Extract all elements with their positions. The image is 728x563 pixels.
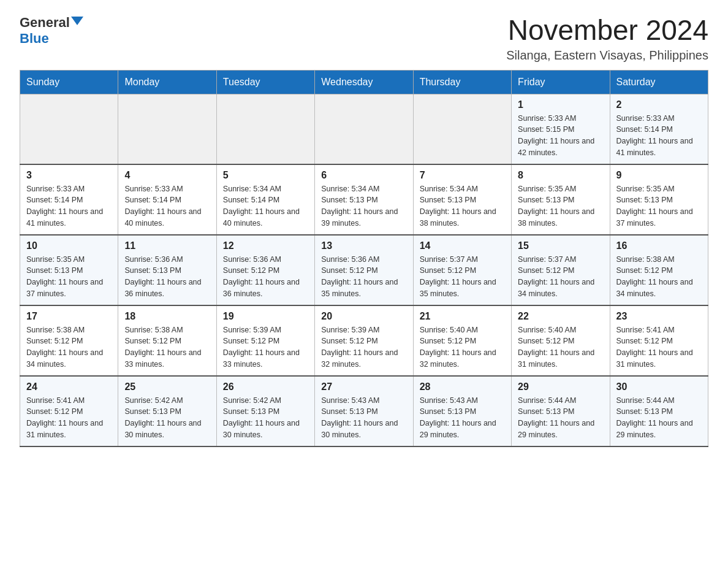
calendar-header-thursday: Thursday xyxy=(413,70,511,94)
day-info: Sunrise: 5:33 AMSunset: 5:15 PMDaylight:… xyxy=(518,113,603,159)
calendar-header-friday: Friday xyxy=(512,70,610,94)
calendar-header-wednesday: Wednesday xyxy=(315,70,413,94)
day-info: Sunrise: 5:42 AMSunset: 5:13 PMDaylight:… xyxy=(223,395,308,441)
day-number: 25 xyxy=(124,381,210,393)
day-number: 10 xyxy=(26,240,112,251)
day-number: 12 xyxy=(223,240,308,251)
calendar-day-cell: 30Sunrise: 5:44 AMSunset: 5:13 PMDayligh… xyxy=(610,376,708,446)
calendar-header-monday: Monday xyxy=(118,70,216,94)
day-number: 4 xyxy=(124,170,210,181)
calendar-header-saturday: Saturday xyxy=(610,70,708,94)
calendar-day-cell: 2Sunrise: 5:33 AMSunset: 5:14 PMDaylight… xyxy=(610,94,708,164)
calendar-day-cell: 13Sunrise: 5:36 AMSunset: 5:12 PMDayligh… xyxy=(315,235,413,305)
calendar-day-cell: 21Sunrise: 5:40 AMSunset: 5:12 PMDayligh… xyxy=(413,305,511,376)
day-number: 18 xyxy=(124,311,210,322)
day-number: 13 xyxy=(321,240,406,251)
calendar-day-cell: 27Sunrise: 5:43 AMSunset: 5:13 PMDayligh… xyxy=(315,376,413,446)
day-info: Sunrise: 5:33 AMSunset: 5:14 PMDaylight:… xyxy=(124,183,210,229)
day-number: 8 xyxy=(518,170,603,181)
calendar-day-cell: 23Sunrise: 5:41 AMSunset: 5:12 PMDayligh… xyxy=(610,305,708,376)
day-number: 17 xyxy=(26,311,112,322)
logo-general-text: General xyxy=(20,15,70,31)
calendar-body: 1Sunrise: 5:33 AMSunset: 5:15 PMDaylight… xyxy=(20,94,708,446)
day-number: 1 xyxy=(518,99,603,110)
calendar-day-cell: 3Sunrise: 5:33 AMSunset: 5:14 PMDaylight… xyxy=(20,164,118,235)
day-number: 16 xyxy=(616,240,702,251)
day-number: 29 xyxy=(518,381,603,393)
calendar-day-cell: 8Sunrise: 5:35 AMSunset: 5:13 PMDaylight… xyxy=(512,164,610,235)
day-info: Sunrise: 5:37 AMSunset: 5:12 PMDaylight:… xyxy=(420,254,505,300)
title-section: November 2024 Silanga, Eastern Visayas, … xyxy=(506,15,708,63)
calendar-day-cell: 15Sunrise: 5:37 AMSunset: 5:12 PMDayligh… xyxy=(512,235,610,305)
calendar-table: SundayMondayTuesdayWednesdayThursdayFrid… xyxy=(20,70,708,447)
calendar-header-tuesday: Tuesday xyxy=(216,70,314,94)
day-info: Sunrise: 5:38 AMSunset: 5:12 PMDaylight:… xyxy=(616,254,702,300)
day-number: 20 xyxy=(321,311,406,322)
calendar-day-cell: 12Sunrise: 5:36 AMSunset: 5:12 PMDayligh… xyxy=(216,235,314,305)
day-info: Sunrise: 5:38 AMSunset: 5:12 PMDaylight:… xyxy=(124,324,210,370)
day-number: 30 xyxy=(616,381,702,393)
day-info: Sunrise: 5:35 AMSunset: 5:13 PMDaylight:… xyxy=(518,183,603,229)
logo: General Blue xyxy=(20,15,83,47)
day-number: 3 xyxy=(26,170,112,181)
calendar-day-cell xyxy=(20,94,118,164)
day-info: Sunrise: 5:33 AMSunset: 5:14 PMDaylight:… xyxy=(26,183,112,229)
day-info: Sunrise: 5:36 AMSunset: 5:12 PMDaylight:… xyxy=(223,254,308,300)
calendar-week-row: 24Sunrise: 5:41 AMSunset: 5:12 PMDayligh… xyxy=(20,376,708,446)
day-info: Sunrise: 5:43 AMSunset: 5:13 PMDaylight:… xyxy=(321,395,406,441)
calendar-day-cell: 25Sunrise: 5:42 AMSunset: 5:13 PMDayligh… xyxy=(118,376,216,446)
day-number: 21 xyxy=(420,311,505,322)
day-number: 24 xyxy=(26,381,112,393)
day-info: Sunrise: 5:40 AMSunset: 5:12 PMDaylight:… xyxy=(518,324,603,370)
day-info: Sunrise: 5:44 AMSunset: 5:13 PMDaylight:… xyxy=(518,395,603,441)
day-number: 27 xyxy=(321,381,406,393)
calendar-day-cell: 7Sunrise: 5:34 AMSunset: 5:13 PMDaylight… xyxy=(413,164,511,235)
calendar-day-cell xyxy=(413,94,511,164)
logo-triangle-icon xyxy=(71,17,83,25)
day-info: Sunrise: 5:41 AMSunset: 5:12 PMDaylight:… xyxy=(616,324,702,370)
calendar-day-cell: 26Sunrise: 5:42 AMSunset: 5:13 PMDayligh… xyxy=(216,376,314,446)
day-number: 11 xyxy=(124,240,210,251)
day-info: Sunrise: 5:43 AMSunset: 5:13 PMDaylight:… xyxy=(420,395,505,441)
day-number: 22 xyxy=(518,311,603,322)
calendar-header-sunday: Sunday xyxy=(20,70,118,94)
day-info: Sunrise: 5:38 AMSunset: 5:12 PMDaylight:… xyxy=(26,324,112,370)
page-header: General Blue November 2024 Silanga, East… xyxy=(20,15,708,63)
day-info: Sunrise: 5:40 AMSunset: 5:12 PMDaylight:… xyxy=(420,324,505,370)
calendar-header: SundayMondayTuesdayWednesdayThursdayFrid… xyxy=(20,70,708,94)
day-info: Sunrise: 5:34 AMSunset: 5:13 PMDaylight:… xyxy=(321,183,406,229)
day-info: Sunrise: 5:33 AMSunset: 5:14 PMDaylight:… xyxy=(616,113,702,159)
calendar-day-cell: 5Sunrise: 5:34 AMSunset: 5:14 PMDaylight… xyxy=(216,164,314,235)
calendar-day-cell: 18Sunrise: 5:38 AMSunset: 5:12 PMDayligh… xyxy=(118,305,216,376)
day-info: Sunrise: 5:42 AMSunset: 5:13 PMDaylight:… xyxy=(124,395,210,441)
calendar-day-cell xyxy=(315,94,413,164)
day-number: 19 xyxy=(223,311,308,322)
day-info: Sunrise: 5:37 AMSunset: 5:12 PMDaylight:… xyxy=(518,254,603,300)
calendar-week-row: 3Sunrise: 5:33 AMSunset: 5:14 PMDaylight… xyxy=(20,164,708,235)
logo-blue-text: Blue xyxy=(20,31,49,47)
calendar-day-cell xyxy=(118,94,216,164)
day-number: 26 xyxy=(223,381,308,393)
calendar-day-cell: 10Sunrise: 5:35 AMSunset: 5:13 PMDayligh… xyxy=(20,235,118,305)
day-info: Sunrise: 5:39 AMSunset: 5:12 PMDaylight:… xyxy=(223,324,308,370)
day-number: 28 xyxy=(420,381,505,393)
day-number: 15 xyxy=(518,240,603,251)
day-number: 14 xyxy=(420,240,505,251)
calendar-day-cell: 17Sunrise: 5:38 AMSunset: 5:12 PMDayligh… xyxy=(20,305,118,376)
calendar-day-cell: 24Sunrise: 5:41 AMSunset: 5:12 PMDayligh… xyxy=(20,376,118,446)
calendar-day-cell: 16Sunrise: 5:38 AMSunset: 5:12 PMDayligh… xyxy=(610,235,708,305)
calendar-day-cell: 6Sunrise: 5:34 AMSunset: 5:13 PMDaylight… xyxy=(315,164,413,235)
day-info: Sunrise: 5:34 AMSunset: 5:14 PMDaylight:… xyxy=(223,183,308,229)
day-info: Sunrise: 5:44 AMSunset: 5:13 PMDaylight:… xyxy=(616,395,702,441)
day-number: 7 xyxy=(420,170,505,181)
calendar-day-cell: 20Sunrise: 5:39 AMSunset: 5:12 PMDayligh… xyxy=(315,305,413,376)
calendar-week-row: 1Sunrise: 5:33 AMSunset: 5:15 PMDaylight… xyxy=(20,94,708,164)
calendar-day-cell: 11Sunrise: 5:36 AMSunset: 5:13 PMDayligh… xyxy=(118,235,216,305)
calendar-day-cell: 29Sunrise: 5:44 AMSunset: 5:13 PMDayligh… xyxy=(512,376,610,446)
day-number: 5 xyxy=(223,170,308,181)
day-info: Sunrise: 5:36 AMSunset: 5:12 PMDaylight:… xyxy=(321,254,406,300)
day-info: Sunrise: 5:41 AMSunset: 5:12 PMDaylight:… xyxy=(26,395,112,441)
calendar-day-cell: 28Sunrise: 5:43 AMSunset: 5:13 PMDayligh… xyxy=(413,376,511,446)
calendar-day-cell: 14Sunrise: 5:37 AMSunset: 5:12 PMDayligh… xyxy=(413,235,511,305)
day-info: Sunrise: 5:35 AMSunset: 5:13 PMDaylight:… xyxy=(616,183,702,229)
